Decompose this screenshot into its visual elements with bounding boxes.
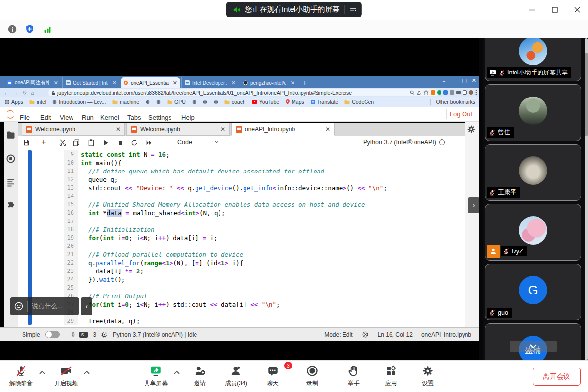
puzzle-extensions-icon[interactable]: [450, 90, 454, 95]
tab-close-icon[interactable]: ✕: [171, 80, 177, 86]
profile-avatar[interactable]: [469, 90, 473, 95]
bookmark-introduction-lev-[interactable]: Introduction — Lev...: [52, 99, 106, 105]
running-kernels-icon[interactable]: [6, 154, 16, 164]
menu-settings[interactable]: Settings: [148, 114, 172, 121]
paste-cells-icon[interactable]: [87, 139, 95, 147]
logout-button[interactable]: Log Out: [446, 109, 475, 119]
browser-close-icon[interactable]: ✕: [472, 77, 476, 84]
doc-tab-close-icon[interactable]: ✕: [116, 126, 121, 133]
leave-meeting-button[interactable]: 离开会议: [533, 368, 581, 386]
banner-menu-icon[interactable]: [349, 5, 358, 14]
bookmark-star-icon[interactable]: [423, 90, 429, 95]
chat-button[interactable]: 3 聊天: [257, 365, 289, 388]
menu-help[interactable]: Help: [181, 114, 195, 121]
browser-tab[interactable]: Intel Developer Zone✕: [181, 77, 239, 88]
doc-tab[interactable]: oneAPI_Intro.ipynb✕: [231, 123, 335, 136]
bookmark-apps[interactable]: Apps: [5, 99, 23, 105]
doc-tab[interactable]: Welcome.ipynb✕: [22, 123, 125, 136]
apps-button[interactable]: 应用: [375, 365, 407, 388]
browser-tab[interactable]: pengzhao-intel/oneAPI_course✕: [240, 77, 298, 88]
extension-icon[interactable]: [431, 90, 435, 95]
bookmark-globe[interactable]: [156, 100, 161, 104]
video-options-chevron[interactable]: [84, 370, 90, 374]
bookmark-gpu[interactable]: GPU: [167, 99, 186, 105]
stop-kernel-icon[interactable]: [117, 139, 124, 147]
maximize-button[interactable]: [549, 4, 561, 16]
notebook-settings-gear-icon[interactable]: [466, 124, 476, 134]
run-all-icon[interactable]: [145, 139, 153, 147]
network-signal-icon[interactable]: [41, 23, 54, 36]
table-of-contents-icon[interactable]: [6, 177, 16, 187]
security-shield-icon[interactable]: [24, 23, 36, 36]
unmute-button[interactable]: 解除静音: [5, 365, 37, 388]
browser-menu-icon[interactable]: [475, 90, 477, 95]
home-icon[interactable]: ⌂: [31, 90, 34, 96]
kernel-name[interactable]: Python 3.7 (Intel® oneAPI): [363, 139, 436, 146]
zoom-icon[interactable]: [410, 90, 415, 95]
bookmark-youtube[interactable]: YouTube: [252, 99, 279, 105]
extension-icon[interactable]: [443, 90, 448, 95]
menu-kernel[interactable]: Kernel: [100, 114, 119, 121]
bookmark-codegen[interactable]: CodeGen: [344, 99, 374, 105]
cell-type-dropdown[interactable]: Code: [177, 139, 219, 146]
browser-tab[interactable]: Get Started | Intel® DevCloud✕: [62, 77, 120, 88]
expand-panel-arrow[interactable]: ›: [468, 197, 479, 213]
participant-tile[interactable]: 盛楠: [485, 323, 581, 360]
restart-kernel-icon[interactable]: [130, 139, 138, 147]
kernel-status-text[interactable]: Python 3.7 (Intel® oneAPI) | Idle: [113, 331, 197, 338]
other-bookmarks[interactable]: Other bookmarks: [430, 99, 475, 105]
tab-close-icon[interactable]: ✕: [289, 80, 295, 86]
members-button[interactable]: 成员(34): [220, 365, 252, 388]
run-cell-icon[interactable]: [102, 139, 110, 147]
participant-tile[interactable]: 王康平: [485, 144, 581, 201]
simple-mode-toggle[interactable]: [45, 331, 60, 338]
extension-icon[interactable]: [437, 90, 441, 95]
emoji-icon[interactable]: [14, 301, 24, 311]
bookmark-globe[interactable]: [192, 100, 196, 104]
doc-tab-close-icon[interactable]: ✕: [220, 126, 225, 133]
doc-tab[interactable]: Welcome.ipynb✕: [126, 123, 230, 136]
share-icon[interactable]: [416, 90, 421, 95]
tab-close-icon[interactable]: ✕: [52, 80, 58, 86]
browser-tab[interactable]: oneAPI_Essentia (3) - JupyterLab✕: [121, 77, 180, 88]
menu-file[interactable]: File: [20, 114, 30, 121]
record-button[interactable]: 录制: [296, 365, 328, 388]
add-cell-icon[interactable]: +: [41, 139, 49, 147]
bookmark-maps[interactable]: Maps: [286, 99, 304, 105]
minimize-button[interactable]: [526, 4, 538, 16]
bookmark-globe[interactable]: [214, 100, 218, 104]
share-screen-button[interactable]: 共享屏幕: [140, 365, 172, 388]
extension-manager-icon[interactable]: [6, 201, 16, 211]
scroll-down-indicator[interactable]: [510, 341, 557, 352]
menu-view[interactable]: View: [60, 114, 74, 121]
chat-collapse-button[interactable]: ‹: [81, 297, 92, 315]
settings-button[interactable]: 设置: [412, 365, 444, 388]
browser-tab[interactable]: oneAPI周边有礼：显卡1介绍_网✕: [4, 77, 61, 88]
menu-tabs[interactable]: Tabs: [127, 114, 141, 121]
cursor-position[interactable]: Ln 16, Col 12: [378, 331, 413, 338]
participant-tile[interactable]: 曾佳: [485, 84, 581, 141]
reading-list-icon[interactable]: [456, 91, 461, 94]
participant-tile[interactable]: Intel小助手的屏幕共享: [485, 38, 581, 81]
file-browser-icon[interactable]: [6, 130, 16, 140]
bookmark-machine[interactable]: machine: [112, 99, 139, 105]
raise-hand-button[interactable]: 举手: [338, 365, 370, 388]
copy-cells-icon[interactable]: [73, 139, 80, 147]
roster-scrollbar-thumb[interactable]: [585, 53, 588, 136]
start-video-button[interactable]: 开启视频: [50, 365, 82, 388]
tab-search-icon[interactable]: ⌄: [442, 77, 446, 84]
bookmark-intel[interactable]: intel: [29, 99, 46, 105]
bookmark-globe[interactable]: [146, 100, 150, 104]
forward-icon[interactable]: →: [13, 90, 19, 96]
tab-close-icon[interactable]: ✕: [229, 80, 236, 86]
browser-maximize-icon[interactable]: ▢: [462, 77, 466, 84]
menu-run[interactable]: Run: [82, 114, 94, 121]
url-field[interactable]: jupyter.oneapi.devcloud.intel.com/user/u…: [48, 89, 438, 96]
back-icon[interactable]: ←: [4, 90, 9, 96]
save-icon[interactable]: [23, 139, 30, 147]
bookmark-coach[interactable]: coach: [224, 99, 245, 105]
bookmark-translate[interactable]: Translate: [311, 99, 338, 105]
mute-options-chevron[interactable]: [39, 370, 45, 374]
share-options-chevron[interactable]: [174, 370, 180, 374]
menu-edit[interactable]: Edit: [40, 114, 51, 121]
